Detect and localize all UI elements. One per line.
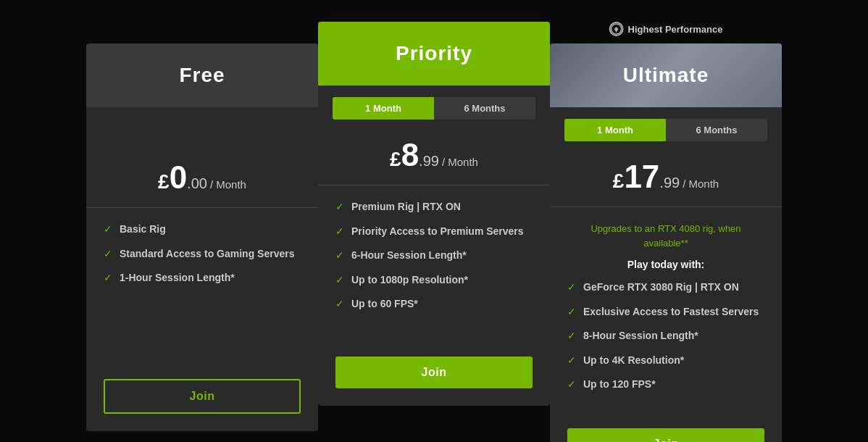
plan-priority-join-section: Join [318,345,550,406]
feature-ultimate-1-text: GeForce RTX 3080 Rig | RTX ON [583,280,739,295]
checkmark-icon: ✓ [567,354,576,366]
feature-priority-1: ✓ Premium Rig | RTX ON [335,200,533,214]
badge-text: Highest Performance [628,24,723,35]
plan-ultimate-price-decimal: .99 [659,175,680,191]
plan-priority-join-button[interactable]: Join [335,356,533,388]
plan-ultimate-features: Upgrades to an RTX 4080 rig, when availa… [550,207,782,417]
plan-ultimate-toggle: 1 Month 6 Months [564,119,767,141]
feature-priority-2: ✓ Priority Access to Premium Servers [335,225,533,239]
checkmark-icon: ✓ [104,248,112,259]
feature-ultimate-4-text: Up to 4K Resolution* [583,354,684,368]
plan-priority-price-period: / Month [442,156,478,168]
plan-ultimate-header: Ultimate [550,43,782,107]
checkmark-icon: ✓ [567,306,576,317]
checkmark-icon: ✓ [104,272,112,283]
plan-free-features: ✓ Basic Rig ✓ Standard Access to Gaming … [86,208,318,367]
feature-ultimate-3: ✓ 8-Hour Session Length* [567,329,764,343]
plan-free-price-main: 0 [170,159,187,196]
plan-priority-symbol: £ [390,148,401,171]
feature-priority-5: ✓ Up to 60 FPS* [335,297,533,312]
checkmark-icon: ✓ [335,249,344,261]
badge-icon [609,22,624,36]
plan-priority-toggle: 1 Month 6 Months [333,97,535,120]
plan-free-symbol: £ [158,170,170,193]
plan-priority-pricing: £ 8 .99 / Month [318,120,550,185]
plan-free-pricing: £ 0 .00 / Month [86,142,318,208]
upgrade-note: Upgrades to an RTX 4080 rig, when availa… [567,222,764,250]
feature-priority-1-text: Premium Rig | RTX ON [351,200,461,214]
pricing-container: Free £ 0 .00 / Month ✓ Basic Rig ✓ Stand… [79,0,789,442]
plan-ultimate-toggle-6months[interactable]: 6 Months [666,119,767,141]
plan-free-join-section: Join [86,367,318,431]
feature-ultimate-1: ✓ GeForce RTX 3080 Rig | RTX ON [567,280,764,295]
plan-free-price-decimal: .00 [187,175,207,192]
plan-priority-features: ✓ Premium Rig | RTX ON ✓ Priority Access… [318,185,550,345]
plan-priority-price-decimal: .99 [419,153,439,170]
feature-ultimate-5-text: Up to 120 FPS* [583,378,656,392]
plan-ultimate-price-main: 17 [624,159,659,195]
plan-free-header: Free [86,43,318,107]
plan-ultimate-join-button[interactable]: Join [567,428,764,442]
plan-free-join-button[interactable]: Join [104,379,301,414]
plan-priority-toggle-6months[interactable]: 6 Months [434,97,535,120]
feature-ultimate-2-text: Exclusive Access to Fastest Servers [583,305,759,320]
plan-ultimate-price-period: / Month [683,178,719,190]
plan-ultimate-symbol: £ [613,170,625,193]
plan-free: Free £ 0 .00 / Month ✓ Basic Rig ✓ Stand… [86,43,318,431]
plan-priority-price-main: 8 [401,137,419,173]
plan-priority-title: Priority [396,42,472,64]
checkmark-icon: ✓ [104,223,112,235]
highest-performance-badge: Highest Performance [609,22,723,36]
checkmark-icon: ✓ [335,298,344,309]
plan-ultimate-wrapper: Highest Performance Ultimate 1 Month 6 M… [550,22,782,442]
checkmark-icon: ✓ [567,330,576,341]
plan-free-title: Free [179,64,225,86]
checkmark-icon: ✓ [335,201,344,212]
feature-free-1-text: Basic Rig [120,222,166,237]
plan-ultimate-join-section: Join [550,417,782,442]
feature-priority-4-text: Up to 1080p Resolution* [351,273,468,288]
feature-free-1: ✓ Basic Rig [104,222,301,237]
feature-ultimate-3-text: 8-Hour Session Length* [583,329,698,343]
plan-priority-header: Priority [318,22,550,86]
feature-ultimate-5: ✓ Up to 120 FPS* [567,378,764,392]
checkmark-icon: ✓ [335,225,344,237]
feature-priority-5-text: Up to 60 FPS* [351,297,418,312]
checkmark-icon: ✓ [567,281,576,293]
plan-free-price-period: / Month [210,178,246,191]
feature-ultimate-2: ✓ Exclusive Access to Fastest Servers [567,305,764,320]
feature-free-2-text: Standard Access to Gaming Servers [120,247,294,262]
plan-priority: Priority 1 Month 6 Months £ 8 .99 / Mont… [318,22,550,406]
play-today-label: Play today with: [567,259,764,270]
plan-ultimate-title: Ultimate [623,64,709,86]
checkmark-icon: ✓ [335,274,344,285]
plan-ultimate-pricing: £ 17 .99 / Month [550,141,782,207]
feature-free-3: ✓ 1-Hour Session Length* [104,271,301,285]
plan-priority-toggle-1month[interactable]: 1 Month [333,97,434,120]
feature-priority-3-text: 6-Hour Session Length* [351,249,467,263]
feature-priority-3: ✓ 6-Hour Session Length* [335,249,533,263]
feature-priority-4: ✓ Up to 1080p Resolution* [335,273,533,288]
plan-ultimate-toggle-1month[interactable]: 1 Month [564,119,666,141]
feature-free-2: ✓ Standard Access to Gaming Servers [104,247,301,262]
checkmark-icon: ✓ [567,378,576,390]
feature-free-3-text: 1-Hour Session Length* [120,271,235,285]
feature-ultimate-4: ✓ Up to 4K Resolution* [567,354,764,368]
plan-ultimate: Ultimate 1 Month 6 Months £ 17 .99 / Mon… [550,43,782,442]
feature-priority-2-text: Priority Access to Premium Servers [351,225,524,239]
